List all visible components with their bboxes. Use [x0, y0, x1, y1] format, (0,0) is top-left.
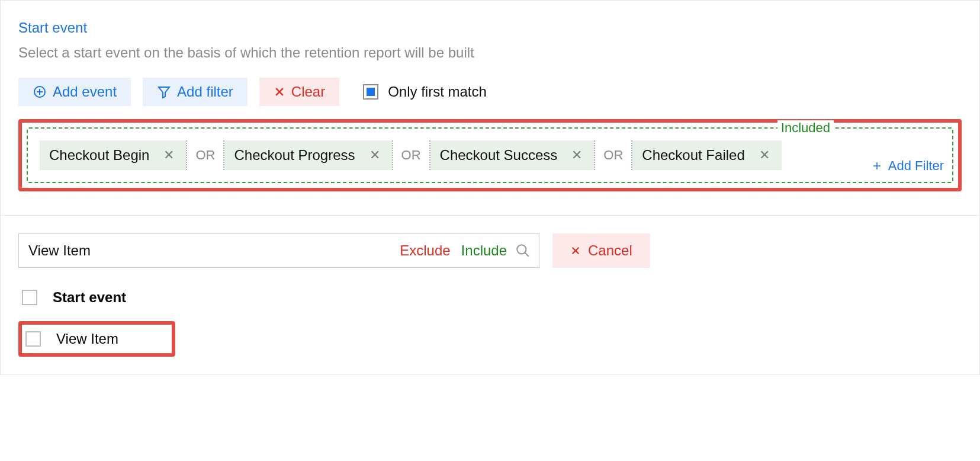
add-event-label: Add event — [53, 84, 117, 100]
add-event-button[interactable]: Add event — [18, 78, 131, 106]
included-events-group: Included Checkout Begin ✕ OR Checkout Pr… — [27, 127, 953, 183]
chip-remove-icon[interactable]: ✕ — [367, 146, 383, 164]
or-separator: OR — [186, 140, 224, 170]
add-filter-label: Add filter — [177, 84, 233, 100]
add-filter-inline-button[interactable]: Add Filter — [872, 158, 944, 174]
highlight-included-events: Included Checkout Begin ✕ OR Checkout Pr… — [18, 119, 962, 191]
search-row: Exclude Include Cancel — [18, 233, 962, 268]
results-column-header: Start event — [53, 289, 126, 306]
event-chip[interactable]: Checkout Progress ✕ — [224, 140, 391, 170]
row-label: View Item — [56, 331, 118, 347]
section-description: Select a start event on the basis of whi… — [18, 44, 962, 61]
included-legend: Included — [777, 120, 834, 136]
event-chip[interactable]: Checkout Failed ✕ — [632, 140, 781, 170]
chip-label: Checkout Success — [440, 147, 558, 164]
search-box: Exclude Include — [18, 233, 539, 268]
add-filter-inline-label: Add Filter — [888, 158, 944, 174]
close-icon — [274, 86, 285, 98]
cancel-button[interactable]: Cancel — [552, 233, 650, 268]
chip-label: Checkout Begin — [49, 147, 149, 164]
plus-circle-icon — [33, 85, 47, 99]
event-chip[interactable]: Checkout Success ✕ — [430, 140, 595, 170]
or-separator: OR — [392, 140, 430, 170]
event-chip[interactable]: Checkout Begin ✕ — [40, 140, 186, 170]
close-icon — [570, 245, 581, 256]
chip-remove-icon[interactable]: ✕ — [569, 146, 584, 164]
event-chips: Checkout Begin ✕ OR Checkout Progress ✕ … — [40, 140, 834, 170]
search-input[interactable] — [27, 234, 400, 267]
cancel-label: Cancel — [588, 242, 632, 259]
start-event-config: Start event Select a start event on the … — [1, 1, 979, 216]
clear-label: Clear — [291, 84, 325, 100]
add-filter-button[interactable]: Add filter — [143, 78, 248, 106]
only-first-match-label: Only first match — [388, 84, 487, 100]
only-first-match-option: Only first match — [363, 84, 487, 100]
chip-remove-icon[interactable]: ✕ — [757, 146, 772, 164]
search-icon[interactable] — [515, 243, 531, 258]
include-link[interactable]: Include — [461, 242, 507, 259]
result-row[interactable]: View Item — [25, 331, 118, 347]
results-list: Start event View Item — [18, 284, 962, 357]
highlight-result-row: View Item — [18, 321, 175, 357]
chip-label: Checkout Failed — [642, 147, 744, 164]
svg-line-9 — [525, 252, 529, 257]
chip-label: Checkout Progress — [234, 147, 355, 164]
svg-marker-3 — [159, 87, 169, 98]
results-header-row: Start event — [18, 284, 962, 310]
exclude-link[interactable]: Exclude — [400, 242, 450, 259]
row-checkbox[interactable] — [25, 331, 41, 347]
or-separator: OR — [594, 140, 632, 170]
only-first-match-checkbox[interactable] — [363, 84, 378, 100]
funnel-icon — [157, 85, 171, 99]
event-picker: Exclude Include Cancel Start event — [1, 216, 979, 374]
section-title: Start event — [18, 20, 962, 36]
start-event-panel: Start event Select a start event on the … — [0, 0, 980, 375]
svg-point-8 — [517, 245, 526, 254]
plus-icon — [872, 161, 882, 171]
toolbar: Add event Add filter Clear Only first ma… — [18, 78, 962, 106]
clear-button[interactable]: Clear — [259, 78, 339, 106]
select-all-checkbox[interactable] — [22, 290, 37, 305]
chip-remove-icon[interactable]: ✕ — [161, 146, 176, 164]
